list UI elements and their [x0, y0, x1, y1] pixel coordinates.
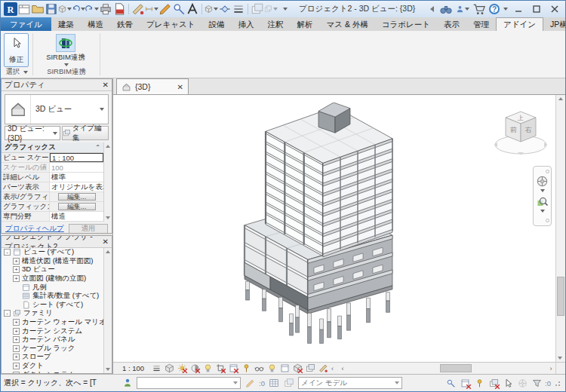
- tree-item-sheets[interactable]: シート (すべて): [2, 301, 103, 310]
- view-scale-value[interactable]: 1 : 100: [50, 153, 103, 162]
- horizontal-scrollbar[interactable]: ‹ ›: [338, 363, 555, 374]
- design-options-dialog-icon[interactable]: [283, 378, 295, 389]
- filter-icon[interactable]: [531, 378, 543, 389]
- type-selector[interactable]: 3D ビュー: [5, 94, 109, 124]
- minimize-button[interactable]: [511, 3, 526, 15]
- graphics-section-header[interactable]: グラフィックス⌃: [2, 142, 103, 153]
- viewbar-chevron-icon[interactable]: ‹: [331, 365, 334, 372]
- open-icon[interactable]: [31, 2, 45, 16]
- scroll-left-icon[interactable]: ‹: [338, 363, 347, 374]
- horizontal-scroll-thumb[interactable]: [440, 364, 472, 372]
- tab-architecture[interactable]: 建築: [51, 17, 81, 31]
- project-browser-header[interactable]: プロジェクト ブラウザ - プロジェクト2 ✕: [2, 236, 112, 248]
- tree-item-families[interactable]: - ファミリ: [2, 309, 103, 318]
- sirbim-panel-label[interactable]: SIRBIM連携: [33, 67, 100, 77]
- edit-button[interactable]: 編集...: [58, 203, 96, 210]
- tree-item-3d-views[interactable]: + 3D ビュー: [2, 265, 103, 274]
- tree-item-elevations[interactable]: + 立面図 (建物の立面): [2, 274, 103, 283]
- tree-item-structural-plans[interactable]: + 構造伏図 (構造平面図): [2, 257, 103, 266]
- sun-path-off-icon[interactable]: [177, 363, 187, 373]
- tab-jp-structure[interactable]: JP構造: [543, 17, 566, 31]
- exclude-options-icon[interactable]: [459, 378, 471, 389]
- modify-button[interactable]: 修正: [4, 33, 29, 67]
- tree-item-ducts[interactable]: + ダクト: [2, 362, 103, 371]
- file-tabs-toggle-icon[interactable]: [17, 2, 31, 16]
- sync-cube-icon[interactable]: [58, 2, 72, 16]
- visual-style-icon[interactable]: [165, 363, 174, 373]
- redo-icon[interactable]: [85, 2, 99, 16]
- prop-row-graphic-display[interactable]: グラフィックス表... 編集...: [2, 202, 103, 212]
- text-icon[interactable]: [186, 2, 199, 16]
- tree-item-cable-trays[interactable]: + ケーブル ラック: [2, 345, 103, 354]
- crop-view-off-icon[interactable]: [216, 363, 226, 373]
- properties-scrollbar[interactable]: [103, 142, 112, 222]
- tab-analyze[interactable]: 解析: [290, 17, 319, 31]
- zoom-icon[interactable]: [537, 196, 549, 208]
- save-icon[interactable]: [45, 2, 58, 16]
- default-3d-view-icon[interactable]: [205, 2, 218, 16]
- reveal-constraints-icon[interactable]: [318, 363, 328, 373]
- resize-corner[interactable]: [555, 362, 565, 374]
- worksets-dialog-icon[interactable]: [268, 378, 280, 389]
- detail-level-icon[interactable]: [152, 363, 161, 373]
- tree-item-duct-systems[interactable]: + ダクト システム: [2, 370, 103, 373]
- apply-button[interactable]: 適用: [69, 224, 108, 234]
- undo-icon[interactable]: [72, 2, 85, 16]
- instance-selector[interactable]: 3D ビュー: {3D}: [5, 126, 60, 140]
- temp-view-properties-icon[interactable]: [280, 363, 290, 373]
- export-pdf-icon[interactable]: [112, 2, 126, 16]
- analytical-model-off-icon[interactable]: [293, 363, 303, 373]
- tree-item-curtain-panels[interactable]: + カーテン パネル: [2, 335, 103, 345]
- print-icon[interactable]: [99, 2, 112, 16]
- maximize-button[interactable]: [529, 3, 544, 15]
- canvas[interactable]: 上 前 右: [113, 95, 555, 362]
- tag-icon[interactable]: [172, 2, 186, 16]
- aligned-dimension-icon[interactable]: [145, 2, 158, 16]
- tab-structure[interactable]: 構造: [81, 17, 110, 31]
- view-tab-3d[interactable]: {3D} ✕: [116, 78, 189, 94]
- edit-button[interactable]: 編集...: [58, 193, 96, 201]
- link-select-icon[interactable]: [488, 378, 500, 389]
- shadows-off-icon[interactable]: [190, 363, 200, 373]
- editing-requests-icon[interactable]: [244, 378, 256, 389]
- customize-qat-icon[interactable]: [278, 2, 291, 16]
- viewcube[interactable]: 上 前 右: [492, 106, 549, 160]
- displacement-sets-icon[interactable]: [306, 363, 315, 373]
- tab-view[interactable]: 表示: [437, 17, 466, 31]
- unlocked-3d-icon[interactable]: [241, 363, 251, 373]
- active-workset-combo[interactable]: [137, 377, 241, 389]
- tab-massing-site[interactable]: マス & 外構: [319, 17, 374, 31]
- section-icon[interactable]: [218, 2, 232, 16]
- close-inactive-windows-icon[interactable]: [251, 2, 264, 16]
- steering-wheel-icon[interactable]: [536, 175, 549, 188]
- select-panel-label[interactable]: 選択: [1, 67, 32, 77]
- properties-header[interactable]: プロパティ ✕: [2, 79, 112, 91]
- navbar-options-icon[interactable]: [546, 170, 549, 173]
- project-browser-close-icon[interactable]: ✕: [103, 237, 109, 246]
- view-scale-control[interactable]: 1 : 100: [118, 364, 149, 372]
- properties-help-link[interactable]: プロパティヘルプ: [5, 224, 64, 234]
- window-resize-grip[interactable]: [555, 379, 562, 387]
- prop-row-parts-visibility[interactable]: パーツ表示 オリジナルを表示: [2, 182, 103, 192]
- crop-region-off-icon[interactable]: [229, 363, 238, 373]
- pin-icon[interactable]: [473, 378, 485, 389]
- help-icon[interactable]: ?: [489, 4, 500, 14]
- search-icon[interactable]: [439, 2, 453, 16]
- sign-in-icon[interactable]: [456, 2, 469, 16]
- sirbim-button[interactable]: SIRBIM連携: [41, 32, 91, 68]
- press-drag-icon[interactable]: [444, 378, 457, 389]
- prop-row-detail-level[interactable]: 詳細レベル 標準: [2, 173, 103, 182]
- browser-scrollbar[interactable]: [103, 248, 112, 373]
- tree-item-curtain-systems[interactable]: + カーテン システム: [2, 326, 103, 335]
- tab-addins[interactable]: アドイン: [496, 17, 543, 31]
- properties-close-icon[interactable]: ✕: [103, 81, 109, 89]
- vertical-scroll-thumb[interactable]: [557, 277, 564, 316]
- prop-row-view-scale[interactable]: ビュー スケール 1 : 100: [2, 153, 103, 163]
- active-design-option-combo[interactable]: メイン モデル: [298, 377, 402, 389]
- tab-insert[interactable]: 挿入: [231, 17, 260, 31]
- prop-row-discipline[interactable]: 専門分野 構造: [2, 212, 103, 222]
- view-tab-close-icon[interactable]: ✕: [177, 83, 183, 91]
- rendering-icon[interactable]: [203, 363, 213, 373]
- reveal-hidden-icon[interactable]: [267, 363, 277, 373]
- collapse-search-icon[interactable]: [430, 6, 434, 12]
